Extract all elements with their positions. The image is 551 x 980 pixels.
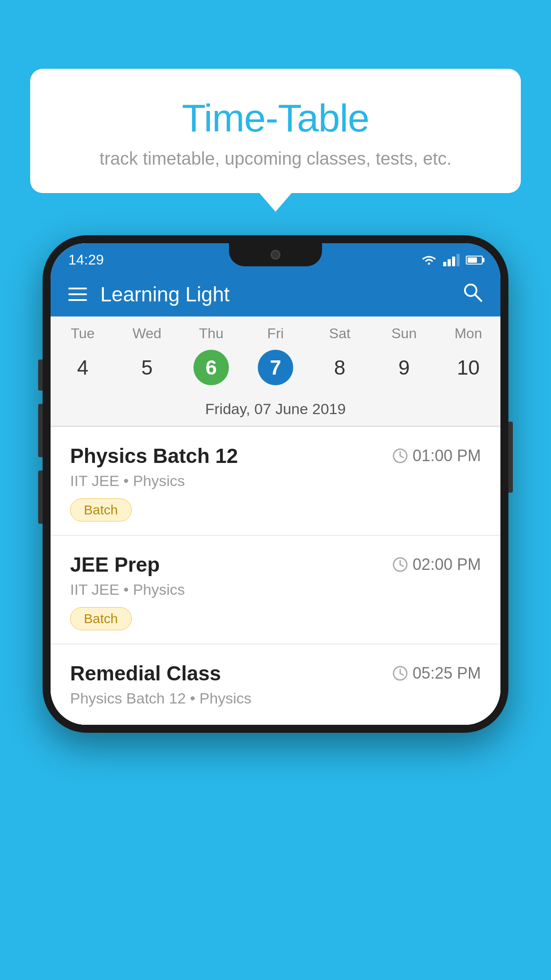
day-10[interactable]: 10 [436,350,500,385]
schedule-item-2-time: 02:00 PM [392,555,481,574]
calendar-header: Tue Wed Thu Fri Sat Sun Mon 4 5 6 7 8 9 … [51,316,500,427]
clock-icon-2 [392,557,408,573]
app-bar: Learning Light [51,272,500,316]
schedule-item-2-header: JEE Prep 02:00 PM [70,553,481,577]
day-8[interactable]: 8 [307,350,372,385]
schedule-item-3[interactable]: Remedial Class 05:25 PM Physics Batch 12… [51,644,500,725]
battery-icon [466,256,483,265]
schedule-item-3-title: Remedial Class [70,661,221,685]
status-time: 14:29 [68,252,104,268]
speech-bubble: Time-Table track timetable, upcoming cla… [30,69,521,193]
schedule-item-2-title: JEE Prep [70,553,160,577]
day-numbers-row: 4 5 6 7 8 9 10 [51,345,500,394]
svg-line-10 [400,673,403,675]
phone-body: 14:29 [43,235,508,733]
schedule-item-1-time: 01:00 PM [392,447,481,465]
day-4[interactable]: 4 [51,350,115,385]
day-name-thu: Thu [179,325,244,342]
day-name-sat: Sat [307,325,372,342]
bubble-subtitle: track timetable, upcoming classes, tests… [52,149,499,169]
svg-line-7 [400,565,403,566]
side-button-3 [38,470,43,524]
day-6[interactable]: 6 [179,350,244,385]
day-5[interactable]: 5 [115,350,179,385]
side-button-2 [38,404,43,457]
day-name-fri: Fri [244,325,308,342]
day-name-mon: Mon [436,325,500,342]
clock-icon-3 [392,665,408,681]
hamburger-line-3 [68,299,87,301]
hamburger-line-2 [68,293,87,295]
schedule-item-2[interactable]: JEE Prep 02:00 PM IIT JEE • Physics Batc… [51,536,500,644]
status-icons [421,254,483,266]
hamburger-line-1 [68,288,87,289]
schedule-item-1-title: Physics Batch 12 [70,444,238,468]
battery-fill [468,257,477,263]
phone-screen: 14:29 [51,243,500,725]
hamburger-icon[interactable] [68,288,87,301]
schedule-item-3-time: 05:25 PM [392,664,481,683]
wifi-icon [421,254,437,266]
clock-icon-1 [392,448,408,464]
schedule-item-2-meta: IIT JEE • Physics [70,581,481,598]
app-bar-title: Learning Light [100,282,449,306]
day-9[interactable]: 9 [372,350,436,385]
schedule-list: Physics Batch 12 01:00 PM IIT JEE • Phys… [51,427,500,725]
side-button-1 [38,360,43,391]
schedule-item-2-badge: Batch [70,607,132,630]
bubble-title: Time-Table [52,95,499,141]
signal-icon [443,254,460,266]
side-button-power [508,422,513,493]
svg-line-4 [400,456,403,458]
day-names-row: Tue Wed Thu Fri Sat Sun Mon [51,316,500,345]
phone-mockup: 14:29 [43,235,508,733]
phone-camera [271,250,280,260]
search-button[interactable] [462,282,483,307]
day-7[interactable]: 7 [244,350,308,385]
schedule-item-1-badge: Batch [70,498,132,522]
schedule-item-1-meta: IIT JEE • Physics [70,472,481,490]
selected-date: Friday, 07 June 2019 [51,394,500,427]
svg-line-1 [475,295,481,301]
schedule-item-1[interactable]: Physics Batch 12 01:00 PM IIT JEE • Phys… [51,427,500,536]
schedule-item-3-meta: Physics Batch 12 • Physics [70,690,481,707]
phone-notch [229,243,322,266]
day-name-sun: Sun [372,325,436,342]
day-name-wed: Wed [115,325,179,342]
day-name-tue: Tue [51,325,115,342]
schedule-item-1-header: Physics Batch 12 01:00 PM [70,444,481,468]
schedule-item-3-header: Remedial Class 05:25 PM [70,661,481,685]
